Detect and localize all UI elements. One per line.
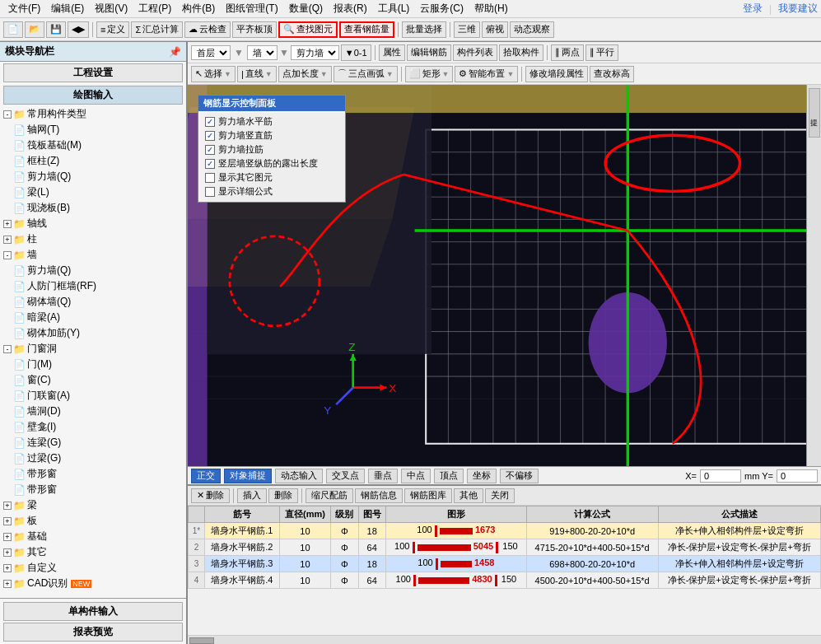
drawing-input-section[interactable]: 绘图输入 bbox=[3, 86, 183, 105]
sidebar-item-masonry[interactable]: 📄 砌体墙(Q) bbox=[0, 294, 186, 310]
toolbar-calculate[interactable]: Σ 汇总计算 bbox=[131, 21, 183, 38]
tree-cad-group[interactable]: + 📁 CAD识别 NEW bbox=[0, 576, 186, 591]
control-item-3[interactable]: 竖层墙竖纵筋的露出长度 bbox=[205, 156, 338, 170]
report-preview-btn[interactable]: 报表预览 bbox=[3, 623, 183, 642]
sidebar-item-wall-hole[interactable]: 📄 墙洞(D) bbox=[0, 404, 186, 419]
rebar-close-btn[interactable]: 关闭 bbox=[485, 488, 515, 503]
tree-wall-group[interactable]: - 📁 墙 bbox=[0, 247, 186, 263]
toolbar-cloud-check[interactable]: ☁ 云检查 bbox=[184, 21, 231, 38]
table-row[interactable]: 2 墙身水平钢筋.2 10 Φ 64 100 5045 bbox=[189, 539, 821, 556]
rebar-library-btn[interactable]: 钢筋图库 bbox=[404, 488, 452, 503]
perpendicular-btn[interactable]: 垂点 bbox=[368, 469, 398, 483]
sidebar-item-shear-wall2[interactable]: 📄 剪力墙(Q) bbox=[0, 263, 186, 278]
sidebar-item-beam[interactable]: 📄 梁(L) bbox=[0, 184, 186, 200]
rebar-scale-btn[interactable]: 缩尺配筋 bbox=[306, 488, 353, 503]
sidebar-item-door-win[interactable]: 📄 门联窗(A) bbox=[0, 388, 186, 404]
coordinate-btn[interactable]: 坐标 bbox=[467, 469, 497, 483]
y-input[interactable] bbox=[777, 469, 818, 483]
menu-item-file[interactable]: 文件(F) bbox=[3, 1, 45, 16]
login-button[interactable]: 登录 bbox=[743, 2, 763, 16]
toolbar-line[interactable]: | 直线 ▼ bbox=[237, 66, 277, 82]
sidebar-item-shear-wall[interactable]: 📄 剪力墙(Q) bbox=[0, 169, 186, 184]
toolbar-top-view[interactable]: 俯视 bbox=[482, 21, 508, 38]
toolbar-find[interactable]: 🔍 查找图元 bbox=[278, 21, 338, 38]
sidebar-item-window[interactable]: 📄 窗(C) bbox=[0, 372, 186, 388]
sidebar-item-raft[interactable]: 📄 筏板基础(M) bbox=[0, 138, 186, 153]
table-row[interactable]: 3 墙身水平钢筋.3 10 Φ 18 100 1458 bbox=[189, 556, 821, 572]
toolbar-new[interactable]: 📄 bbox=[3, 21, 23, 38]
x-input[interactable] bbox=[700, 469, 741, 483]
control-item-1[interactable]: 剪力墙竖直筋 bbox=[205, 128, 338, 142]
menu-item-project[interactable]: 工程(P) bbox=[133, 1, 176, 16]
control-item-0[interactable]: 剪力墙水平筋 bbox=[205, 114, 338, 128]
rebar-info-btn[interactable]: 钢筋信息 bbox=[355, 488, 403, 503]
snap-btn[interactable]: 对象捕捉 bbox=[224, 469, 272, 483]
sidebar-item-tied-beam[interactable]: 📄 连梁(G) bbox=[0, 435, 186, 450]
toolbar-smart-place[interactable]: ⚙ 智能布置 ▼ bbox=[455, 66, 518, 82]
floor-selector[interactable]: 首层 bbox=[191, 45, 231, 60]
tree-foundation-group[interactable]: + 📁 基础 bbox=[0, 529, 186, 544]
toolbar-select[interactable]: ↖ 选择 ▼ bbox=[191, 66, 236, 82]
menu-item-cloud[interactable]: 云服务(C) bbox=[415, 1, 469, 16]
menu-item-quantity[interactable]: 数量(Q) bbox=[284, 1, 328, 16]
sidebar-pin-icon[interactable]: 📌 bbox=[169, 46, 181, 58]
tree-beam-group[interactable]: + 📁 梁 bbox=[0, 497, 186, 513]
tree-custom-group[interactable]: + 📁 自定义 bbox=[0, 560, 186, 576]
toolbar-pick-component[interactable]: 拾取构件 bbox=[499, 44, 543, 61]
toolbar-3d[interactable]: 三维 bbox=[454, 21, 480, 38]
viewport-3d[interactable]: X Z Y 8 钢筋显示控制面板 剪 bbox=[188, 85, 821, 466]
table-scrollbar[interactable] bbox=[188, 635, 821, 644]
toolbar-open[interactable]: 📂 bbox=[25, 21, 44, 38]
tree-axis-group[interactable]: + 📁 轴线 bbox=[0, 216, 186, 231]
toolbar-property[interactable]: 属性 bbox=[379, 44, 405, 61]
toolbar-parallel[interactable]: ∥ 平行 bbox=[585, 44, 618, 61]
toolbar-modify-wall[interactable]: 修改墙段属性 bbox=[525, 66, 588, 82]
intersection-btn[interactable]: 交叉点 bbox=[326, 469, 365, 483]
table-row[interactable]: 4 墙身水平钢筋.4 10 Φ 64 100 4830 bbox=[189, 572, 821, 589]
menu-item-edit[interactable]: 编辑(E) bbox=[46, 1, 89, 16]
rebar-table-container[interactable]: 筋号 直径(mm) 级别 图号 图形 计算公式 公式描述 bbox=[188, 506, 821, 635]
toolbar-rectangle[interactable]: ⬜ 矩形 ▼ bbox=[405, 66, 454, 82]
menu-item-tools[interactable]: 工具(L) bbox=[373, 1, 415, 16]
menu-item-report[interactable]: 报表(R) bbox=[329, 1, 372, 16]
sidebar-item-over-beam[interactable]: 📄 过梁(G) bbox=[0, 450, 186, 466]
menu-item-component[interactable]: 构件(B) bbox=[177, 1, 220, 16]
ortho-btn[interactable]: 正交 bbox=[191, 469, 221, 483]
single-component-btn[interactable]: 单构件输入 bbox=[3, 602, 183, 621]
toolbar-batch-select[interactable]: 批量选择 bbox=[402, 21, 446, 38]
toolbar-align-top[interactable]: 平齐板顶 bbox=[232, 21, 277, 38]
sidebar-item-frame-col[interactable]: 📄 框柱(Z) bbox=[0, 153, 186, 169]
sidebar-item-hidden-beam[interactable]: 📄 暗梁(A) bbox=[0, 310, 186, 325]
tree-slab-group[interactable]: + 📁 板 bbox=[0, 513, 186, 529]
wall-selector[interactable]: 墙 bbox=[247, 45, 278, 60]
sidebar-item-masonry-col[interactable]: 📄 砌体加筋(Y) bbox=[0, 325, 186, 341]
toolbar-arc[interactable]: ⌒ 三点画弧 ▼ bbox=[334, 66, 398, 82]
tree-col-group[interactable]: + 📁 柱 bbox=[0, 231, 186, 247]
rebar-remove-btn[interactable]: 删除 bbox=[268, 488, 298, 503]
toolbar-edit-rebar[interactable]: 编辑钢筋 bbox=[407, 44, 451, 61]
menu-item-drawing[interactable]: 图纸管理(T) bbox=[221, 1, 282, 16]
midpoint-btn[interactable]: 中点 bbox=[401, 469, 431, 483]
tree-common-group[interactable]: - 📁 常用构件类型 bbox=[0, 106, 186, 122]
toolbar-dynamic-view[interactable]: 动态观察 bbox=[510, 21, 554, 38]
floor-num-btn[interactable]: ▼0-1 bbox=[341, 44, 371, 61]
toolbar-view-rebar[interactable]: 查看钢筋量 bbox=[339, 21, 394, 38]
sidebar-item-wall-ledge[interactable]: 📄 壁龛(I) bbox=[0, 419, 186, 435]
rebar-delete-btn[interactable]: ✕ 删除 bbox=[191, 488, 230, 503]
tree-doorwin-group[interactable]: - 📁 门窗洞 bbox=[0, 341, 186, 357]
sidebar-item-band-door[interactable]: 📄 带形窗 bbox=[0, 482, 186, 497]
control-item-2[interactable]: 剪力墙拉筋 bbox=[205, 142, 338, 156]
toolbar-point-extend[interactable]: 点加长度 ▼ bbox=[278, 66, 332, 82]
table-row[interactable]: 1* 墙身水平钢筋.1 10 Φ 18 100 1673 bbox=[189, 523, 821, 539]
menu-item-help[interactable]: 帮助(H) bbox=[469, 1, 513, 16]
right-edge-handle[interactable]: 提 bbox=[806, 85, 821, 466]
toolbar-component-list[interactable]: 构件列表 bbox=[453, 44, 497, 61]
wall-type-selector[interactable]: 剪力墙 bbox=[291, 45, 339, 60]
control-item-5[interactable]: 显示详细公式 bbox=[205, 184, 338, 198]
rebar-other-btn[interactable]: 其他 bbox=[454, 488, 483, 503]
no-offset-btn[interactable]: 不偏移 bbox=[500, 469, 539, 483]
toolbar-query-height[interactable]: 查改标高 bbox=[590, 66, 634, 82]
toolbar-arrow[interactable]: ◀▶ bbox=[68, 21, 89, 38]
toolbar-save[interactable]: 💾 bbox=[46, 21, 66, 38]
menu-item-view[interactable]: 视图(V) bbox=[90, 1, 133, 16]
